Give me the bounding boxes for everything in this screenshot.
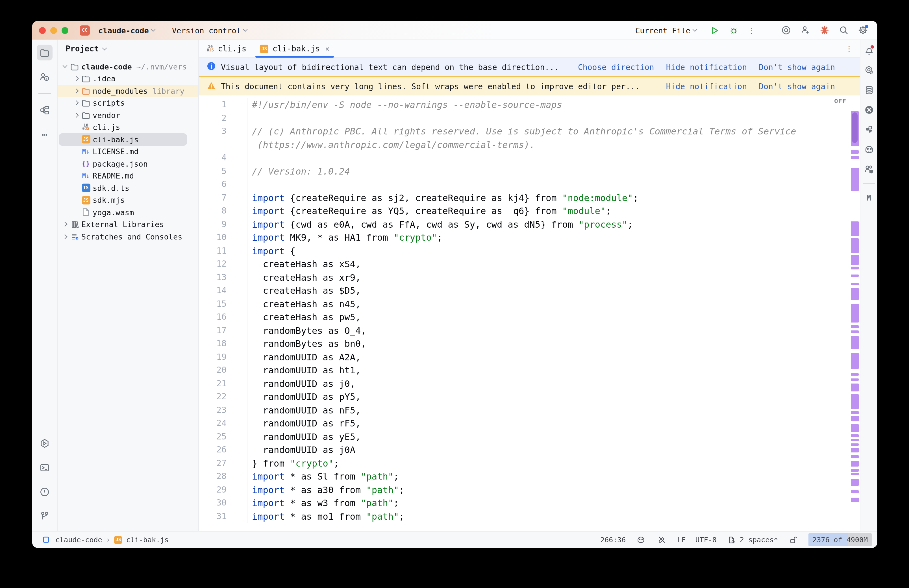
plugin-shape-button[interactable]: [863, 124, 875, 135]
code-line-6[interactable]: 6: [199, 178, 860, 191]
encoding-widget[interactable]: UTF-8: [696, 535, 717, 544]
indent-widget[interactable]: 2 spaces*: [726, 534, 778, 545]
minimize-window-button[interactable]: [50, 27, 57, 34]
code-line-3[interactable]: 3// (c) Anthropic PBC. All rights reserv…: [199, 125, 860, 138]
more-tool-windows-button[interactable]: ⋯: [37, 126, 53, 142]
vcs-change-marker[interactable]: [851, 168, 859, 191]
vcs-change-marker[interactable]: [851, 336, 859, 349]
tree-item-external-libraries[interactable]: External Libraries: [58, 218, 198, 231]
code-line-28[interactable]: 28import * as Sl from "path";: [199, 470, 860, 483]
vcs-change-marker[interactable]: [851, 373, 859, 376]
breadcrumb-file[interactable]: cli-bak.js: [126, 535, 169, 544]
vcs-change-marker[interactable]: [851, 473, 859, 475]
vcs-change-marker[interactable]: [851, 448, 859, 452]
code-line-wrap[interactable]: (https://www.anthropic.com/legal/commerc…: [199, 138, 860, 151]
git-tool-button[interactable]: [37, 508, 53, 524]
close-window-button[interactable]: [39, 27, 46, 34]
code-line-11[interactable]: 11import {: [199, 244, 860, 258]
vcs-change-marker[interactable]: [851, 455, 859, 458]
code-line-31[interactable]: 31import * as mo1 from "path";: [199, 510, 860, 523]
run-configuration-select[interactable]: Current File: [631, 23, 701, 37]
line-ending-widget[interactable]: LF: [677, 535, 686, 544]
vcs-change-marker[interactable]: [851, 221, 859, 236]
code-line-9[interactable]: 9import {cwd as e0A, cwd as FfA, cwd as …: [199, 218, 860, 231]
code-editor[interactable]: 1#!/usr/bin/env -S node --no-warnings --…: [199, 95, 860, 531]
zoom-window-button[interactable]: [61, 27, 68, 34]
tree-item-sdk-d-ts[interactable]: TSsdk.d.ts: [58, 182, 198, 194]
chevron-right-icon[interactable]: [72, 89, 80, 93]
tree-item-sdk-mjs[interactable]: JSsdk.mjs: [58, 194, 198, 206]
vcs-change-marker[interactable]: [851, 411, 859, 414]
chevron-right-icon[interactable]: [72, 102, 80, 105]
vcs-requests-tool-button[interactable]: [37, 69, 53, 85]
database-button[interactable]: [863, 84, 875, 95]
vcs-change-marker[interactable]: [851, 275, 859, 277]
vcs-change-marker[interactable]: [851, 439, 859, 441]
vcs-change-marker[interactable]: [851, 283, 859, 285]
code-line-16[interactable]: 16 createHash as pw5,: [199, 311, 860, 324]
tab-options-button[interactable]: ⋮: [845, 44, 853, 53]
tab-cli-bak-js[interactable]: JS cli-bak.js ×: [253, 40, 336, 57]
vcs-change-marker[interactable]: [851, 353, 859, 369]
search-everywhere-icon[interactable]: [838, 24, 849, 36]
scrollbar-thumb[interactable]: [852, 112, 857, 143]
terminal-tool-button[interactable]: [37, 460, 53, 476]
vcs-change-marker[interactable]: [851, 416, 859, 422]
tree-item-readme-md[interactable]: M↓README.md: [58, 170, 198, 182]
caret-position-widget[interactable]: 266:36: [600, 535, 626, 544]
tree-item-node-modules[interactable]: node_moduleslibrary: [58, 85, 198, 97]
readonly-lock-icon[interactable]: [788, 534, 799, 545]
close-tab-icon[interactable]: ×: [324, 44, 329, 53]
x-plugin-button[interactable]: [863, 104, 875, 115]
settings-gear-icon[interactable]: [857, 24, 868, 36]
structure-tool-button[interactable]: [37, 102, 53, 118]
code-line-30[interactable]: 30import * as w3 from "path";: [199, 496, 860, 510]
code-line-25[interactable]: 25 randomUUID as yE5,: [199, 430, 860, 443]
vcs-change-marker[interactable]: [851, 443, 859, 446]
chevron-down-icon[interactable]: [61, 66, 69, 68]
code-line-10[interactable]: 10import MK9, * as HA1 from "crypto";: [199, 231, 860, 244]
vcs-change-marker[interactable]: [851, 156, 859, 159]
vcs-change-marker[interactable]: [851, 394, 859, 409]
tree-item-yoga-wasm[interactable]: yoga.wasm: [58, 206, 198, 218]
breadcrumb-project[interactable]: claude-code: [55, 535, 102, 544]
vcs-change-marker[interactable]: [851, 267, 859, 270]
choose-direction-link[interactable]: Choose direction: [578, 62, 654, 71]
ai-chat-button[interactable]: [863, 65, 875, 76]
editor-error-stripe[interactable]: [851, 95, 859, 531]
vcs-change-marker[interactable]: [851, 490, 859, 493]
vcs-menu[interactable]: Version control: [168, 23, 252, 37]
vcs-change-marker[interactable]: [851, 238, 859, 253]
tree-item--idea[interactable]: .idea: [58, 73, 198, 85]
code-line-17[interactable]: 17 randomBytes as O_4,: [199, 324, 860, 337]
code-line-18[interactable]: 18 randomBytes as bn0,: [199, 337, 860, 351]
code-line-4[interactable]: 4: [199, 151, 860, 165]
m-plugin-button[interactable]: M: [863, 192, 875, 204]
code-with-me-button[interactable]: [863, 163, 875, 174]
vcs-change-marker[interactable]: [851, 479, 859, 486]
vcs-change-marker[interactable]: [851, 424, 859, 432]
project-panel-header[interactable]: Project: [58, 40, 198, 57]
inspections-off-label[interactable]: OFF: [834, 98, 846, 105]
code-line-7[interactable]: 7import {createRequire as sj2, createReq…: [199, 191, 860, 205]
add-user-icon[interactable]: [799, 24, 811, 36]
tree-item-scratches-and-consoles[interactable]: Scratches and Consoles: [58, 231, 198, 242]
vcs-change-marker[interactable]: [851, 469, 859, 472]
tree-item-cli-js[interactable]: 100JScli.js: [58, 121, 198, 133]
code-line-29[interactable]: 29import * as a30 from "path";: [199, 483, 860, 496]
dont-show-again-link[interactable]: Don't show again: [759, 62, 835, 71]
code-line-15[interactable]: 15 createHash as n45,: [199, 297, 860, 311]
chevron-right-icon[interactable]: [72, 77, 80, 81]
hide-notification-link[interactable]: Hide notification: [666, 62, 747, 71]
code-line-19[interactable]: 19 randomUUID as A2A,: [199, 351, 860, 364]
code-line-1[interactable]: 1#!/usr/bin/env -S node --no-warnings --…: [199, 98, 860, 111]
vcs-change-marker[interactable]: [851, 150, 859, 153]
project-menu[interactable]: claude-code: [94, 23, 160, 37]
more-actions-button[interactable]: ⋮: [748, 26, 755, 35]
services-tool-button[interactable]: [37, 436, 53, 451]
code-line-27[interactable]: 27} from "crypto";: [199, 457, 860, 470]
code-line-8[interactable]: 8import {createRequire as YQ5, createReq…: [199, 205, 860, 218]
ai-edits-disabled-icon[interactable]: [656, 534, 667, 545]
tree-item-package-json[interactable]: {}package.json: [58, 158, 198, 170]
chevron-right-icon[interactable]: [61, 235, 69, 238]
